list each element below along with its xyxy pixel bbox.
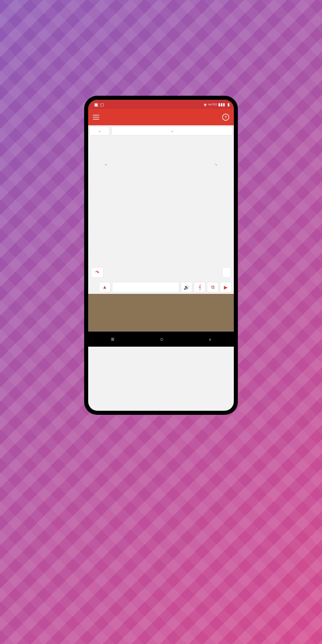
- tempo-button[interactable]: [112, 282, 179, 292]
- staff-button[interactable]: 𝄞: [194, 282, 205, 292]
- phone-frame: ▣ ◻ ◈ VoLTE2 ▮▮▮ ▮ ?: [84, 96, 238, 415]
- circle-of-fifths: ← →: [88, 148, 234, 276]
- circle-svg[interactable]: [103, 154, 219, 270]
- play-button[interactable]: ▶: [220, 282, 231, 292]
- battery-icon: ▮: [227, 102, 230, 107]
- metronome-button[interactable]: ▲: [99, 282, 111, 292]
- fretboard[interactable]: [88, 294, 234, 332]
- lte-icon: VoLTE2: [208, 103, 217, 106]
- repeat-button[interactable]: ⧉: [207, 282, 218, 292]
- root-label: [93, 129, 106, 133]
- app-icon: ◻: [100, 102, 104, 107]
- picture-icon: ▣: [94, 102, 98, 107]
- signal-icon: ▮▮▮: [218, 102, 225, 107]
- back-icon[interactable]: ‹: [209, 336, 211, 343]
- sound-button[interactable]: 🔊: [181, 282, 192, 292]
- selector-row: [88, 125, 234, 137]
- scale-notes-row: [88, 144, 234, 148]
- recent-apps-icon[interactable]: ≡: [111, 336, 115, 343]
- wifi-icon: ◈: [204, 102, 207, 107]
- app-bar: ?: [88, 109, 234, 125]
- phone-screen: ▣ ◻ ◈ VoLTE2 ▮▮▮ ▮ ?: [88, 100, 234, 411]
- android-nav-bar: ≡ ○ ‹: [88, 332, 234, 347]
- android-status-bar: ▣ ◻ ◈ VoLTE2 ▮▮▮ ▮: [88, 100, 234, 109]
- controls-row: ▲ 🔊 𝄞 ⧉ ▶: [88, 281, 234, 294]
- scale-selector[interactable]: [111, 126, 233, 135]
- scale-label: [115, 129, 229, 133]
- menu-icon[interactable]: [93, 115, 99, 120]
- root-selector[interactable]: [89, 126, 110, 135]
- help-icon[interactable]: ?: [222, 114, 229, 121]
- home-icon[interactable]: ○: [160, 336, 163, 343]
